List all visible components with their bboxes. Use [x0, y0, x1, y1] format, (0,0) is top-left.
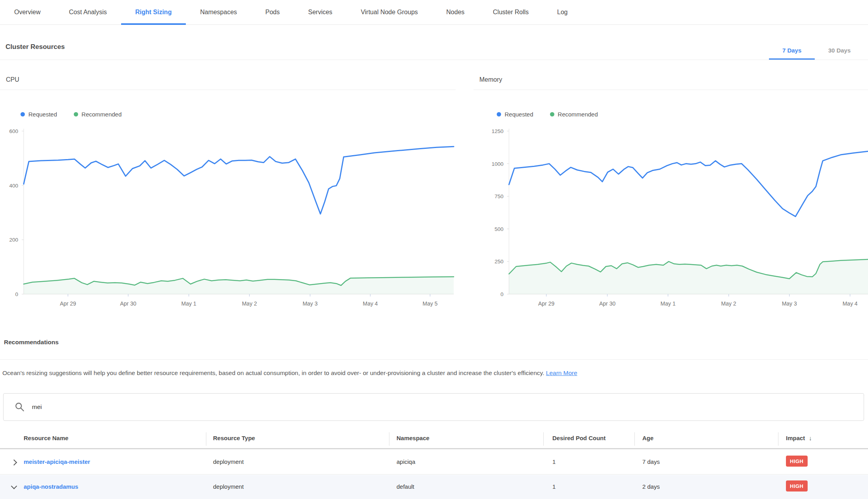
y-tick-label: 200 — [9, 237, 18, 243]
y-tick-label: 400 — [9, 183, 18, 189]
x-tick-label: May 1 — [660, 300, 675, 307]
recommendations-description: Ocean's resizing suggestions will help y… — [2, 370, 831, 377]
x-tick-label: May 1 — [181, 300, 196, 307]
y-tick-label: 1000 — [492, 161, 503, 167]
tab-overview[interactable]: Overview — [0, 0, 55, 24]
tab-services[interactable]: Services — [294, 0, 346, 24]
legend-label: Recommended — [82, 111, 122, 118]
tab-cluster-rolls[interactable]: Cluster Rolls — [479, 0, 543, 24]
y-tick-label: 0 — [500, 291, 503, 297]
divider — [0, 359, 868, 360]
tab-pods[interactable]: Pods — [251, 0, 294, 24]
recommendations-table-header: Resource NameResource TypeNamespaceDesir… — [0, 428, 868, 449]
legend-label: Requested — [505, 111, 533, 118]
tab-nodes[interactable]: Nodes — [432, 0, 479, 24]
cpu-chart-panel: CPU RequestedRecommended 0200400600Apr 2… — [0, 73, 456, 318]
memory-line-chart: 025050075010001250Apr 29Apr 30May 1May 2… — [473, 124, 868, 314]
requested-line — [509, 151, 868, 216]
x-tick-label: Apr 30 — [599, 300, 615, 307]
memory-chart-legend: RequestedRecommended — [497, 111, 598, 118]
legend-dot-requested — [497, 112, 501, 116]
column-header-impact[interactable]: Impact↓ — [786, 435, 812, 441]
table-row-meister-apiciqa-meister[interactable]: meister-apiciqa-meisterdeploymentapiciqa… — [0, 450, 868, 475]
legend-dot-recommended — [74, 112, 78, 116]
column-header-resource-type[interactable]: Resource Type — [213, 435, 255, 441]
recommendations-description-text: Ocean's resizing suggestions will help y… — [2, 370, 544, 376]
x-tick-label: May 4 — [363, 300, 378, 307]
tab-virtual-node-groups[interactable]: Virtual Node Groups — [346, 0, 432, 24]
range-tab-30-days[interactable]: 30 Days — [815, 41, 864, 60]
cell-resource-type: deployment — [213, 458, 244, 465]
search-icon — [15, 402, 25, 412]
cpu-chart-legend: RequestedRecommended — [21, 111, 122, 118]
cell-desired-pod-count: 1 — [552, 458, 556, 465]
time-range-toggle: 7 Days30 Days — [769, 41, 864, 60]
main-tab-bar: OverviewCost AnalysisRight SizingNamespa… — [0, 0, 868, 25]
search-input[interactable] — [31, 403, 864, 411]
tab-right-sizing[interactable]: Right Sizing — [121, 0, 186, 24]
cpu-chart-title: CPU — [0, 73, 456, 90]
legend-dot-recommended — [550, 112, 554, 116]
ocean-right-sizing-page: OverviewCost AnalysisRight SizingNamespa… — [0, 0, 868, 499]
cluster-resources-title: Cluster Resources — [6, 43, 65, 51]
legend-item-recommended[interactable]: Recommended — [74, 111, 122, 118]
cell-resource-type: deployment — [213, 483, 244, 490]
column-divider — [634, 432, 635, 446]
sort-descending-arrow-icon[interactable]: ↓ — [809, 435, 812, 441]
memory-chart-title: Memory — [473, 73, 868, 90]
x-tick-label: Apr 29 — [60, 300, 76, 307]
legend-label: Requested — [28, 111, 57, 118]
range-tab-7-days[interactable]: 7 Days — [769, 41, 815, 60]
x-tick-label: May 2 — [721, 300, 736, 307]
y-tick-label: 0 — [15, 291, 18, 297]
impact-badge-high: HIGH — [786, 480, 808, 491]
cluster-resources-header: Cluster Resources 7 Days30 Days — [0, 24, 868, 60]
x-tick-label: May 2 — [242, 300, 257, 307]
expand-row-chevron-icon[interactable] — [11, 460, 17, 466]
impact-badge-high: HIGH — [786, 456, 808, 467]
x-tick-label: May 3 — [303, 300, 318, 307]
recommended-area — [24, 277, 454, 294]
legend-item-recommended[interactable]: Recommended — [550, 111, 598, 118]
x-tick-label: May 3 — [782, 300, 797, 307]
x-tick-label: May 4 — [842, 300, 857, 307]
y-tick-label: 1250 — [492, 128, 503, 134]
learn-more-link[interactable]: Learn More — [546, 370, 577, 376]
column-divider — [389, 432, 389, 446]
table-row-apiqa-nostradamus[interactable]: apiqa-nostradamusdeploymentdefault12 day… — [0, 475, 868, 499]
legend-label: Recommended — [558, 111, 598, 118]
cell-age: 7 days — [642, 458, 660, 465]
y-tick-label: 600 — [9, 128, 18, 134]
tab-cost-analysis[interactable]: Cost Analysis — [55, 0, 121, 24]
column-header-desired-pod-count[interactable]: Desired Pod Count — [552, 435, 606, 441]
requested-line — [24, 146, 454, 214]
legend-dot-requested — [21, 112, 25, 116]
tab-namespaces[interactable]: Namespaces — [186, 0, 251, 24]
tab-log[interactable]: Log — [543, 0, 582, 24]
column-header-namespace[interactable]: Namespace — [397, 435, 429, 441]
column-divider — [206, 432, 206, 446]
legend-item-requested[interactable]: Requested — [21, 111, 57, 118]
column-header-age[interactable]: Age — [642, 435, 653, 441]
column-header-resource-name[interactable]: Resource Name — [24, 435, 68, 441]
resource-name-link[interactable]: meister-apiciqa-meister — [24, 458, 90, 465]
y-tick-label: 500 — [494, 226, 503, 232]
collapse-row-chevron-icon[interactable] — [11, 483, 17, 490]
y-tick-label: 750 — [494, 193, 503, 199]
cell-namespace: default — [397, 483, 414, 490]
resource-search-box — [3, 393, 864, 421]
resource-name-link[interactable]: apiqa-nostradamus — [24, 483, 78, 490]
column-divider — [778, 432, 778, 446]
legend-item-requested[interactable]: Requested — [497, 111, 533, 118]
recommendations-title: Recommendations — [4, 339, 59, 346]
y-tick-label: 250 — [494, 259, 503, 265]
column-divider — [543, 432, 544, 446]
cpu-line-chart: 0200400600Apr 29Apr 30May 1May 2May 3May… — [0, 124, 456, 314]
cell-desired-pod-count: 1 — [552, 483, 556, 490]
memory-chart-panel: Memory RequestedRecommended 025050075010… — [473, 73, 868, 318]
x-tick-label: May 5 — [423, 300, 438, 307]
x-tick-label: Apr 29 — [538, 300, 554, 307]
cell-namespace: apiciqa — [397, 458, 415, 465]
cell-age: 2 days — [642, 483, 660, 490]
x-tick-label: Apr 30 — [120, 300, 136, 307]
